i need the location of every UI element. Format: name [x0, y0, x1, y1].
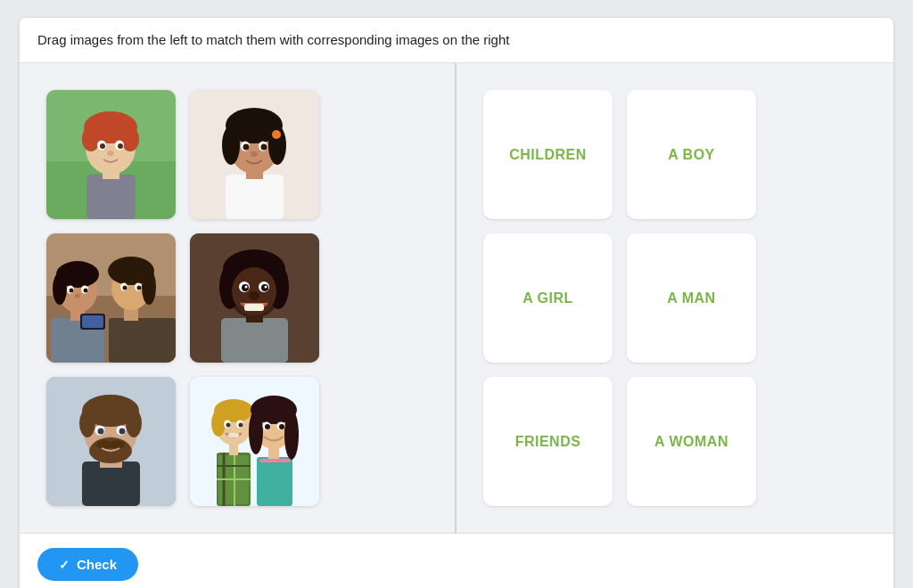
label-text-girl: A GIRL: [522, 290, 573, 306]
svg-point-23: [243, 144, 250, 151]
footer-bar: ✓ Check: [20, 533, 893, 588]
svg-rect-50: [221, 318, 288, 363]
image-card-children[interactable]: [190, 377, 319, 506]
image-card-man[interactable]: [46, 377, 176, 506]
svg-rect-29: [109, 318, 176, 363]
label-row-1: CHILDREN A BOY: [483, 90, 867, 219]
right-panel: CHILDREN A BOY A GIRL A MAN FRIENDS: [456, 63, 893, 533]
svg-point-74: [98, 429, 104, 435]
label-text-woman: A WOMAN: [654, 434, 728, 450]
svg-point-71: [126, 409, 142, 437]
instruction-text: Drag images from the left to match them …: [37, 32, 509, 47]
label-row-2: A GIRL A MAN: [483, 233, 867, 363]
svg-point-105: [265, 424, 270, 429]
svg-rect-107: [259, 459, 291, 462]
svg-rect-14: [226, 175, 284, 219]
label-card-children[interactable]: CHILDREN: [483, 90, 613, 219]
check-button-label: Check: [77, 557, 117, 572]
label-card-girl[interactable]: A GIRL: [483, 233, 613, 363]
svg-rect-64: [244, 304, 264, 311]
label-text-friends: FRIENDS: [515, 434, 581, 450]
left-panel: [20, 63, 456, 533]
svg-point-101: [249, 410, 263, 454]
svg-point-91: [211, 410, 226, 437]
label-text-boy: A BOY: [668, 147, 715, 163]
svg-point-6: [82, 127, 100, 151]
svg-point-48: [137, 286, 142, 290]
svg-point-94: [226, 423, 231, 428]
svg-point-75: [119, 429, 126, 435]
svg-point-10: [100, 143, 105, 149]
svg-point-102: [284, 410, 299, 460]
image-card-girl[interactable]: [190, 90, 319, 219]
svg-point-63: [249, 291, 259, 300]
svg-point-11: [118, 143, 123, 149]
svg-point-20: [272, 130, 281, 139]
svg-point-7: [121, 127, 139, 151]
label-card-friends[interactable]: FRIENDS: [483, 377, 613, 506]
image-row-3: [46, 377, 428, 506]
svg-point-25: [251, 151, 258, 157]
svg-point-61: [245, 286, 248, 289]
svg-point-18: [222, 126, 240, 165]
svg-point-42: [142, 269, 156, 305]
main-area: CHILDREN A BOY A GIRL A MAN FRIENDS: [20, 63, 893, 533]
label-card-woman[interactable]: A WOMAN: [627, 377, 756, 506]
svg-point-24: [261, 144, 267, 151]
svg-point-38: [84, 289, 88, 293]
svg-point-70: [79, 409, 95, 437]
label-text-man: A MAN: [667, 290, 715, 306]
image-card-woman2[interactable]: [190, 233, 319, 363]
svg-rect-97: [257, 457, 292, 506]
label-row-3: FRIENDS A WOMAN: [483, 377, 867, 506]
svg-point-95: [239, 423, 243, 428]
image-card-boy[interactable]: [46, 90, 176, 219]
svg-point-12: [107, 151, 114, 156]
label-card-man[interactable]: A MAN: [627, 233, 756, 363]
svg-point-39: [75, 294, 80, 298]
svg-point-34: [53, 273, 67, 305]
svg-rect-44: [82, 315, 103, 328]
label-card-boy[interactable]: A BOY: [627, 90, 756, 219]
main-container: Drag images from the left to match them …: [20, 18, 893, 588]
label-text-children: CHILDREN: [509, 147, 587, 163]
svg-point-62: [265, 286, 267, 289]
svg-point-37: [70, 289, 74, 293]
svg-point-106: [279, 424, 284, 429]
svg-point-47: [123, 286, 127, 290]
image-row-1: [46, 90, 428, 219]
instruction-bar: Drag images from the left to match them …: [20, 18, 893, 63]
svg-rect-96: [228, 433, 239, 437]
image-card-women[interactable]: [46, 233, 176, 363]
svg-point-80: [109, 440, 125, 449]
check-icon: ✓: [59, 558, 70, 572]
check-button[interactable]: ✓ Check: [37, 548, 138, 581]
svg-rect-66: [82, 461, 140, 506]
svg-rect-2: [86, 175, 136, 219]
image-row-2: [46, 233, 428, 363]
